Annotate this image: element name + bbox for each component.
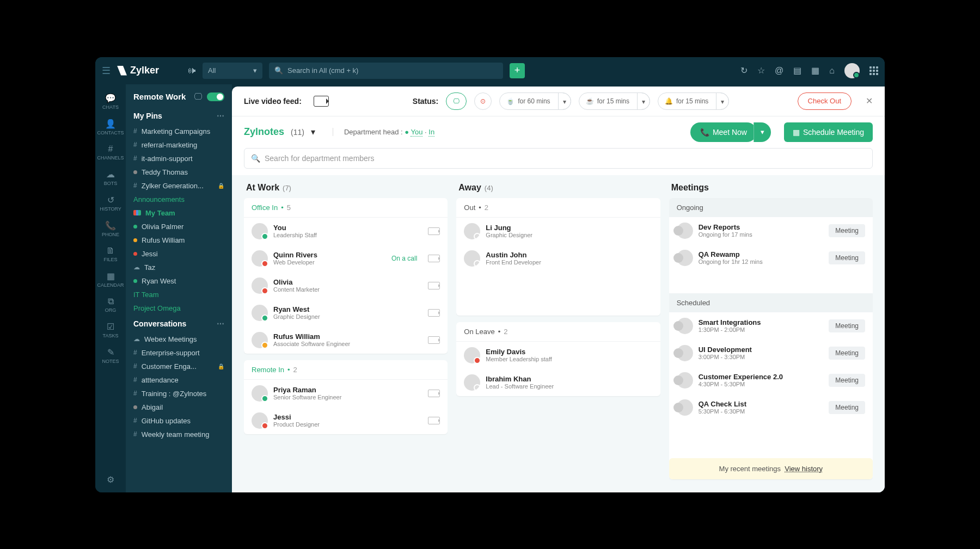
- camera-icon[interactable]: [428, 336, 440, 344]
- person-row[interactable]: JessiProduct Designer: [244, 407, 448, 434]
- person-row[interactable]: YouLeadership Staff: [244, 218, 448, 245]
- dept-head: Department head : ● You · In: [333, 128, 434, 136]
- monitor-icon[interactable]: 🖵: [194, 92, 203, 102]
- meetings-title: Meetings: [669, 175, 873, 198]
- mention-icon[interactable]: @: [775, 66, 783, 76]
- rail-channels[interactable]: #CHANNELS: [95, 141, 126, 164]
- camera-icon[interactable]: [428, 417, 440, 424]
- conversation-item[interactable]: #GitHub updates: [126, 414, 232, 428]
- pin-item[interactable]: #referral-marketing: [126, 138, 232, 152]
- status-opt-2[interactable]: ☕for 15 mins▾: [579, 92, 650, 110]
- person-row[interactable]: Priya RamanSenior Software Engineer: [244, 380, 448, 407]
- pins-menu-icon[interactable]: ⋯: [217, 112, 224, 120]
- away-title: Away(4): [456, 175, 660, 198]
- meeting-item[interactable]: Smart Integrations1:30PM - 2:00PMMeeting: [669, 312, 873, 340]
- meeting-badge[interactable]: Meeting: [829, 347, 865, 360]
- myteam-link[interactable]: My Team: [126, 206, 232, 220]
- camera-icon[interactable]: [314, 96, 329, 107]
- conversation-item[interactable]: #Training : @Zylnotes: [126, 387, 232, 400]
- meet-now-button[interactable]: 📞Meet Now: [690, 122, 757, 142]
- person-row[interactable]: Ibrahim KhanLead - Software Engineer: [456, 369, 660, 396]
- person-row[interactable]: Li JungGraphic Designer: [456, 218, 660, 245]
- pin-item[interactable]: #Zylker Generation...🔒: [126, 179, 232, 193]
- conversation-item[interactable]: Abigail: [126, 400, 232, 414]
- store-icon[interactable]: ⌂: [829, 66, 835, 76]
- status-opt-3[interactable]: 🔔for 15 mins▾: [658, 92, 729, 110]
- rail-contacts[interactable]: 👤CONTACTS: [95, 115, 126, 139]
- pin-item[interactable]: #it-admin-support: [126, 152, 232, 165]
- pin-item[interactable]: Teddy Thomas: [126, 165, 232, 179]
- person-row[interactable]: Rufus WilliamAssociate Software Engineer: [244, 326, 448, 354]
- meet-now-split[interactable]: ▾: [754, 122, 771, 142]
- rail-calendar[interactable]: ▦CALENDAR: [95, 268, 126, 291]
- status-location[interactable]: ⊙: [474, 92, 492, 110]
- conversation-item[interactable]: #atttendance: [126, 373, 232, 387]
- meeting-badge[interactable]: Meeting: [829, 319, 865, 332]
- calendar-icon[interactable]: ▦: [811, 65, 819, 76]
- meeting-item[interactable]: QA Check List5:30PM - 6:30PMMeeting: [669, 394, 873, 421]
- rail-notes[interactable]: ✎NOTES: [95, 344, 126, 367]
- close-icon[interactable]: ✕: [866, 96, 873, 106]
- camera-icon[interactable]: [428, 309, 440, 317]
- meeting-badge[interactable]: Meeting: [829, 374, 865, 387]
- pin-item[interactable]: #Marketing Campaigns: [126, 125, 232, 138]
- rail-history[interactable]: ↺HISTORY: [95, 192, 126, 215]
- rail-bots[interactable]: ☁BOTS: [95, 166, 126, 189]
- itteam-link[interactable]: IT Team: [126, 288, 232, 301]
- team-member-item[interactable]: ☁Taz: [126, 261, 232, 274]
- conversation-item[interactable]: #Enterprise-support: [126, 346, 232, 360]
- settings-gear-icon[interactable]: ⚙: [107, 474, 114, 485]
- meeting-item[interactable]: Dev ReportsOngoing for 17 minsMeeting: [669, 217, 873, 244]
- checkout-button[interactable]: Check Out: [798, 92, 852, 110]
- camera-icon[interactable]: [428, 227, 440, 235]
- search-scope-select[interactable]: All▾: [203, 63, 262, 79]
- team-member-item[interactable]: Ryan West: [126, 274, 232, 288]
- sound-icon[interactable]: 🕪: [187, 66, 196, 76]
- refresh-icon[interactable]: ↻: [740, 65, 748, 76]
- meeting-badge[interactable]: Meeting: [829, 251, 865, 264]
- meeting-item[interactable]: QA RewampOngoing for 1hr 12 minsMeeting: [669, 244, 873, 272]
- project-link[interactable]: Project Omega: [126, 301, 232, 315]
- team-member-item[interactable]: Olivia Palmer: [126, 220, 232, 233]
- schedule-meeting-button[interactable]: ▦Schedule Meeting: [784, 122, 873, 142]
- dept-search-input[interactable]: 🔍 Search for department members: [244, 148, 873, 169]
- brand[interactable]: Zylker: [117, 65, 159, 76]
- meeting-item[interactable]: Customer Experience 2.04:30PM - 5:30PMMe…: [669, 367, 873, 394]
- view-history-link[interactable]: View history: [785, 465, 823, 473]
- rail-org[interactable]: ⧉ORG: [95, 293, 126, 316]
- team-member-item[interactable]: Rufus William: [126, 233, 232, 247]
- conversation-item[interactable]: ☁Webex Meetings: [126, 332, 232, 346]
- person-row[interactable]: Ryan WestGraphic Designer: [244, 299, 448, 326]
- rail-tasks[interactable]: ☑TASKS: [95, 318, 126, 342]
- rail-phone[interactable]: 📞PHONE: [95, 217, 126, 240]
- announcements-link[interactable]: Announcements: [126, 193, 232, 206]
- user-avatar[interactable]: [844, 63, 860, 78]
- status-available[interactable]: 🖵: [446, 92, 467, 110]
- conv-menu-icon[interactable]: ⋯: [217, 319, 224, 328]
- status-opt-1[interactable]: 🍵for 60 mins▾: [499, 92, 571, 110]
- rail-chats[interactable]: 💬CHATS: [95, 90, 126, 113]
- bookmark-icon[interactable]: ▤: [793, 65, 801, 76]
- team-member-item[interactable]: Jessi: [126, 247, 232, 261]
- hamburger-icon[interactable]: ☰: [102, 65, 111, 77]
- meeting-badge[interactable]: Meeting: [829, 224, 865, 237]
- person-row[interactable]: Emily DavisMember Leadership staff: [456, 342, 660, 369]
- rail-files[interactable]: 🗎FILES: [95, 243, 126, 266]
- person-row[interactable]: OliviaContent Marketer: [244, 272, 448, 299]
- meeting-badge[interactable]: Meeting: [829, 401, 865, 414]
- conversation-item[interactable]: #Weekly team meeting: [126, 428, 232, 441]
- dept-dropdown-icon[interactable]: ▾: [311, 127, 315, 137]
- meeting-item[interactable]: UI Development3:00PM - 3:30PMMeeting: [669, 340, 873, 367]
- camera-icon[interactable]: [428, 255, 440, 262]
- remote-toggle[interactable]: [207, 92, 224, 101]
- department-row: Zylnotes (11) ▾ Department head : ● You …: [232, 116, 885, 148]
- star-icon[interactable]: ☆: [757, 65, 765, 76]
- apps-grid-icon[interactable]: [869, 66, 878, 75]
- add-button[interactable]: +: [510, 63, 525, 78]
- person-row[interactable]: Austin JohnFront End Developer: [456, 245, 660, 272]
- search-input[interactable]: 🔍 Search in All (cmd + k): [269, 63, 503, 79]
- conversation-item[interactable]: #Customer Enga...🔒: [126, 360, 232, 373]
- camera-icon[interactable]: [428, 282, 440, 289]
- person-row[interactable]: Quinn RiversWeb DeveloperOn a call: [244, 245, 448, 272]
- camera-icon[interactable]: [428, 390, 440, 397]
